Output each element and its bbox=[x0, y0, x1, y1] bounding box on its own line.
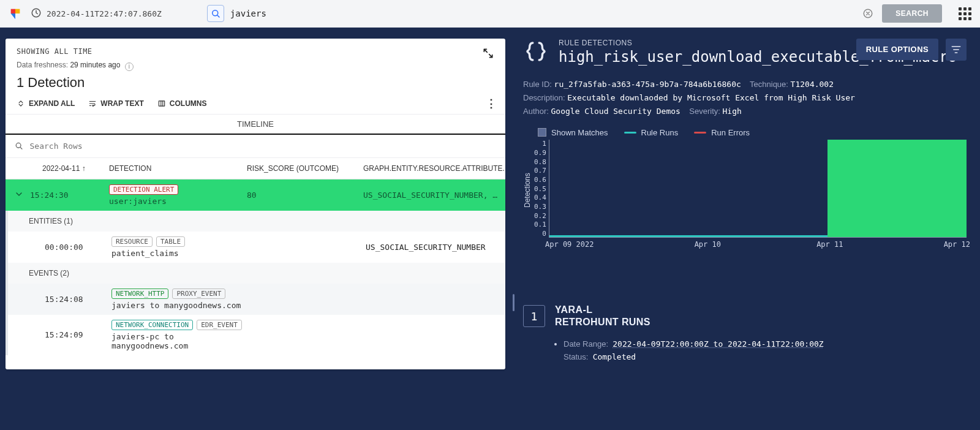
alert-labels: US_SOCIAL_SECURITY_NUMBER, … bbox=[363, 190, 505, 200]
yara-l-title: YARA-L bbox=[555, 304, 650, 316]
legend-runs[interactable]: Rule Runs bbox=[624, 128, 679, 137]
col-labels[interactable]: GRAPH.ENTITY.RESOURCE.ATTRIBUTE.LABELS bbox=[363, 164, 505, 173]
chart-y-label: Detections bbox=[523, 140, 534, 238]
column-headers: 2022-04-11 ↑ DETECTION RISK_SCORE (OUTCO… bbox=[6, 158, 505, 179]
search-button[interactable]: SEARCH bbox=[882, 4, 942, 23]
showing-all-time-label: SHOWING ALL TIME bbox=[17, 47, 494, 56]
filter-button[interactable] bbox=[946, 39, 967, 61]
wrap-text-label: WRAP TEXT bbox=[100, 99, 143, 108]
status-value: Completed bbox=[593, 352, 636, 361]
freshness-value: 29 minutes ago bbox=[70, 61, 120, 69]
technique-label: Technique: bbox=[750, 80, 788, 89]
retrohunt-count: 1 bbox=[523, 305, 545, 327]
entities-group[interactable]: ENTITIES (1) bbox=[6, 211, 505, 232]
detection-count: 1 Detection bbox=[17, 75, 494, 91]
clock-icon bbox=[31, 7, 42, 20]
entity-tag-table: TABLE bbox=[156, 236, 185, 247]
event2-text: javiers-pc to manygoodnews.com bbox=[111, 332, 188, 350]
expand-icon[interactable] bbox=[482, 47, 494, 59]
legend-shown[interactable]: Shown Matches bbox=[538, 128, 608, 137]
detections-chart: Detections 10.90.80.70.60.50.40.30.20.10 bbox=[523, 140, 967, 238]
event1-tag1: NETWORK_HTTP bbox=[111, 289, 168, 299]
rule-detail-pane: RULE DETECTIONS high_risk_user_download_… bbox=[511, 28, 980, 430]
left-pane: SHOWING ALL TIME Data freshness: 29 minu… bbox=[0, 28, 511, 430]
author-value: Google Cloud Security Demos bbox=[551, 107, 680, 116]
card-toolbar: EXPAND ALL WRAP TEXT COLUMNS ⋮ bbox=[6, 96, 505, 115]
event2-time: 15:24:09 bbox=[17, 330, 111, 339]
svg-point-4 bbox=[16, 143, 21, 148]
entity-time: 00:00:00 bbox=[17, 243, 111, 252]
detection-alert-badge: DETECTION ALERT bbox=[109, 184, 178, 195]
event2-tag2: EDR_EVENT bbox=[197, 320, 242, 330]
resize-handle[interactable] bbox=[511, 257, 516, 430]
daterange-label: Date Range: bbox=[564, 339, 608, 349]
detection-alert-row[interactable]: 15:24:30 DETECTION ALERT user:javiers 80… bbox=[6, 179, 505, 211]
col-detection[interactable]: DETECTION bbox=[109, 164, 247, 173]
event-row-2[interactable]: 15:24:09 NETWORK_CONNECTION EDR_EVENT ja… bbox=[6, 315, 505, 355]
rule-id-value: ru_2f7a5fab-a363-475a-9b7a-784a6b16860c bbox=[554, 80, 741, 89]
svg-point-1 bbox=[213, 10, 218, 16]
columns-label: COLUMNS bbox=[170, 99, 207, 108]
event1-text: javiers to manygoodnews.com bbox=[111, 301, 241, 310]
detections-card: SHOWING ALL TIME Data freshness: 29 minu… bbox=[6, 39, 505, 369]
entity-name: patient_claims bbox=[111, 249, 179, 258]
event1-tag2: PROXY_EVENT bbox=[172, 289, 225, 299]
alert-risk-score: 80 bbox=[247, 190, 363, 200]
rule-id-label: Rule ID: bbox=[523, 80, 552, 89]
expand-all-button[interactable]: EXPAND ALL bbox=[17, 99, 75, 108]
topbar: 2022-04-11T22:47:07.860Z javiers SEARCH bbox=[0, 0, 980, 28]
author-label: Author: bbox=[523, 107, 549, 116]
info-icon[interactable]: i bbox=[125, 62, 134, 71]
severity-value: High bbox=[723, 107, 742, 116]
columns-button[interactable]: COLUMNS bbox=[157, 99, 207, 108]
chart-plot-area[interactable] bbox=[549, 140, 967, 238]
search-rows-input[interactable] bbox=[29, 141, 497, 151]
event-row-1[interactable]: 15:24:08 NETWORK_HTTP PROXY_EVENT javier… bbox=[6, 284, 505, 315]
svg-rect-3 bbox=[159, 100, 164, 105]
rule-metadata: Rule ID: ru_2f7a5fab-a363-475a-9b7a-784a… bbox=[523, 78, 967, 118]
data-freshness: Data freshness: 29 minutes ago i bbox=[17, 61, 494, 71]
braces-icon bbox=[523, 39, 549, 64]
legend-errors[interactable]: Run Errors bbox=[694, 128, 750, 137]
freshness-label: Data freshness: bbox=[17, 61, 70, 69]
wrap-text-button[interactable]: WRAP TEXT bbox=[88, 99, 143, 108]
expand-all-label: EXPAND ALL bbox=[29, 99, 75, 108]
severity-label: Severity: bbox=[689, 107, 720, 116]
technique-value: T1204.002 bbox=[791, 80, 834, 89]
description-label: Description: bbox=[523, 93, 565, 102]
col-risk-score[interactable]: RISK_SCORE (OUTCOME) bbox=[247, 164, 363, 173]
events-group[interactable]: EVENTS (2) bbox=[6, 263, 505, 284]
col-date[interactable]: 2022-04-11 ↑ bbox=[14, 164, 109, 173]
alert-time: 15:24:30 bbox=[30, 190, 69, 200]
entity-labels: US_SOCIAL_SECURITY_NUMBER bbox=[366, 243, 505, 252]
alert-subject: user:javiers bbox=[109, 197, 247, 206]
search-value: javiers bbox=[230, 9, 266, 18]
search-rows[interactable] bbox=[6, 135, 505, 158]
timestamp-value: 2022-04-11T22:47:07.860Z bbox=[47, 9, 162, 18]
search-icon[interactable] bbox=[207, 5, 224, 22]
timeline-tab[interactable]: TIMELINE bbox=[6, 115, 505, 135]
more-menu-icon[interactable]: ⋮ bbox=[486, 98, 497, 109]
timestamp-display[interactable]: 2022-04-11T22:47:07.860Z bbox=[31, 7, 162, 20]
apps-icon[interactable] bbox=[958, 7, 971, 20]
chart-x-ticks: Apr 09 2022Apr 10Apr 11Apr 12 bbox=[550, 240, 967, 249]
product-logo[interactable] bbox=[9, 7, 22, 20]
yara-panel: 1 YARA-L RETROHUNT RUNS Date Range: 2022… bbox=[523, 304, 967, 361]
entity-tag-resource: RESOURCE bbox=[111, 236, 153, 247]
chart-legend: Shown Matches Rule Runs Run Errors bbox=[538, 128, 967, 137]
chevron-down-icon[interactable] bbox=[14, 189, 25, 201]
retrohunt-title: RETROHUNT RUNS bbox=[555, 316, 650, 328]
bar-apr11[interactable] bbox=[827, 140, 967, 237]
status-label: Status: bbox=[564, 352, 588, 361]
clear-search-icon[interactable] bbox=[862, 8, 873, 19]
description-value: Executable downlaoded by Microsoft Excel… bbox=[567, 93, 855, 102]
event1-time: 15:24:08 bbox=[17, 295, 111, 304]
entity-row[interactable]: 00:00:00 RESOURCE TABLE patient_claims U… bbox=[6, 232, 505, 263]
event2-tag1: NETWORK_CONNECTION bbox=[111, 320, 193, 330]
daterange-value[interactable]: 2022-04-09T22:00:00Z to 2022-04-11T22:00… bbox=[612, 339, 823, 349]
search-field[interactable]: javiers bbox=[207, 5, 266, 22]
rule-options-button[interactable]: RULE OPTIONS bbox=[856, 39, 938, 60]
